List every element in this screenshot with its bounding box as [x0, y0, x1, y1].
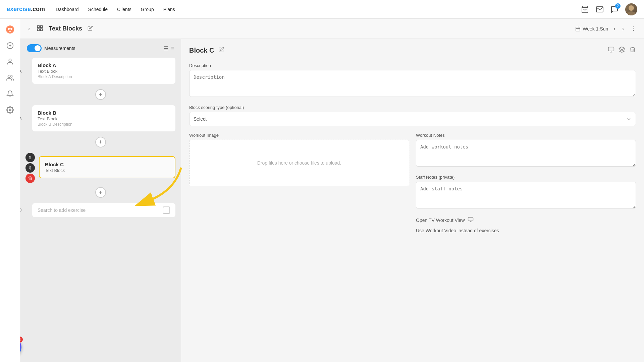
svg-rect-20: [608, 47, 614, 51]
block-b-subtitle: Text Block: [38, 116, 170, 121]
sidebar-icon-mascot[interactable]: [3, 23, 17, 36]
page-title: Text Blocks: [49, 25, 82, 32]
svg-rect-16: [576, 27, 580, 31]
measurements-toggle[interactable]: [27, 44, 42, 52]
description-section: Description: [189, 63, 636, 98]
block-c-header-title: Block C: [189, 47, 214, 54]
block-a-description: Block A Description: [38, 74, 170, 79]
sidebar-icon-notifications[interactable]: [3, 87, 17, 101]
grid-view-button[interactable]: [35, 23, 45, 34]
edit-title-button[interactable]: [86, 24, 94, 34]
svg-rect-24: [468, 217, 473, 221]
svg-point-2: [627, 11, 636, 15]
block-a-item[interactable]: Block A Text Block Block A Description: [32, 58, 175, 84]
svg-point-11: [9, 109, 11, 111]
measurements-toggle-group: Measurements: [27, 44, 75, 52]
shopping-bag-icon[interactable]: [581, 5, 589, 13]
block-c-subtitle: Text Block: [45, 168, 169, 173]
nav-clients[interactable]: Clients: [117, 7, 131, 12]
svg-rect-12: [38, 25, 40, 27]
more-options-button[interactable]: ⋮: [629, 24, 637, 33]
svg-point-9: [9, 59, 11, 61]
block-a-letter: A: [20, 69, 22, 74]
svg-point-3: [6, 25, 14, 34]
scoring-select[interactable]: Select: [189, 112, 636, 126]
back-button[interactable]: ‹: [27, 24, 31, 33]
header-right: Week 1:Sun ‹ › ⋮: [575, 24, 637, 33]
search-box-icon: [163, 206, 170, 214]
search-placeholder: Search to add exercise: [38, 207, 86, 213]
nav-dashboard[interactable]: Dashboard: [56, 7, 79, 12]
nav-schedule[interactable]: Schedule: [88, 7, 108, 12]
block-b-description: Block B Description: [38, 122, 170, 127]
bar-icons: ☰ ≡: [164, 45, 174, 52]
svg-rect-14: [41, 28, 43, 31]
block-c-up-button[interactable]: ⇧: [25, 153, 35, 162]
search-exercise-row: D Search to add exercise: [25, 203, 175, 217]
prev-week-button[interactable]: ‹: [612, 24, 616, 33]
svg-point-5: [10, 28, 12, 30]
right-panel: Block C Description Block: [181, 39, 644, 362]
next-week-button[interactable]: ›: [621, 24, 625, 33]
sidebar-icon-user[interactable]: [3, 55, 17, 68]
description-input[interactable]: [189, 70, 636, 97]
block-b-item[interactable]: Block B Text Block Block B Description: [32, 105, 175, 131]
measurements-label: Measurements: [44, 46, 75, 51]
block-c-item[interactable]: Block C Text Block: [39, 156, 175, 178]
list-icon[interactable]: ☰: [164, 45, 168, 52]
list-alt-icon[interactable]: ≡: [171, 45, 174, 52]
block-c-delete-button[interactable]: 🗑: [25, 174, 35, 183]
svg-point-10: [8, 75, 10, 77]
tv-view-option: Open TV Workout View: [416, 217, 636, 224]
svg-point-1: [629, 5, 634, 11]
block-a-subtitle: Text Block: [38, 69, 170, 74]
layers-icon[interactable]: [619, 46, 625, 54]
search-exercise-item[interactable]: Search to add exercise: [32, 203, 175, 217]
notes-col: Workout Notes Staff Notes (private) Open…: [416, 133, 636, 233]
block-b-row: B Block B Text Block Block B Description: [25, 105, 175, 133]
svg-marker-23: [619, 47, 625, 50]
workout-notes-label: Workout Notes: [416, 133, 636, 138]
chat-badge: 2: [615, 3, 621, 9]
workout-image-col: Workout Image Drop files here or choose …: [189, 133, 409, 233]
block-c-down-button[interactable]: ⇩: [25, 163, 35, 173]
top-nav: exercise.com Dashboard Schedule Clients …: [0, 0, 644, 19]
nav-group[interactable]: Group: [141, 7, 154, 12]
sidebar-icon-billing[interactable]: [3, 39, 17, 52]
two-col-section: Workout Image Drop files here or choose …: [189, 133, 636, 233]
chat-icon[interactable]: 2: [610, 5, 619, 13]
tv-view-icon[interactable]: [608, 46, 614, 54]
workout-notes-section: Workout Notes: [416, 133, 636, 168]
block-c-row: ⇧ ⇩ 🗑 Block C Text Block: [25, 153, 175, 183]
edit-block-button[interactable]: [217, 46, 225, 55]
workout-image-label: Workout Image: [189, 133, 409, 138]
upload-area[interactable]: Drop files here or choose files to uploa…: [189, 140, 409, 186]
block-b-letter: B: [20, 117, 22, 121]
block-a-name: Block A: [38, 62, 170, 68]
description-label: Description: [189, 63, 636, 68]
user-avatar[interactable]: [625, 3, 637, 15]
sidebar-icon-settings[interactable]: [3, 103, 17, 117]
main-content: Measurements ☰ ≡ A Block A Text Block Bl…: [20, 39, 644, 362]
staff-notes-section: Staff Notes (private): [416, 175, 636, 210]
brand-logo[interactable]: exercise.com: [7, 6, 45, 13]
nav-plans[interactable]: Plans: [163, 7, 175, 12]
staff-notes-input[interactable]: [416, 182, 636, 208]
staff-notes-label: Staff Notes (private): [416, 175, 636, 180]
workout-notes-input[interactable]: [416, 140, 636, 167]
sidebar-icon-group[interactable]: [3, 71, 17, 84]
left-sidebar: [0, 19, 20, 362]
svg-point-4: [8, 28, 10, 30]
svg-rect-15: [38, 28, 40, 31]
delete-block-icon[interactable]: [629, 46, 636, 54]
scoring-label: Block scoring type (optional): [189, 105, 636, 110]
add-after-a-button[interactable]: +: [95, 89, 106, 100]
add-after-b-button[interactable]: +: [95, 137, 106, 147]
mail-icon[interactable]: [596, 5, 604, 13]
add-after-c-button[interactable]: +: [95, 187, 106, 198]
measurements-bar: Measurements ☰ ≡: [25, 44, 175, 52]
upload-text: Drop files here or choose files to uploa…: [257, 160, 341, 166]
block-c-header: Block C: [189, 46, 636, 55]
video-option-label: Use Workout Video instead of exercises: [416, 228, 499, 233]
week-badge: Week 1:Sun: [575, 26, 608, 32]
